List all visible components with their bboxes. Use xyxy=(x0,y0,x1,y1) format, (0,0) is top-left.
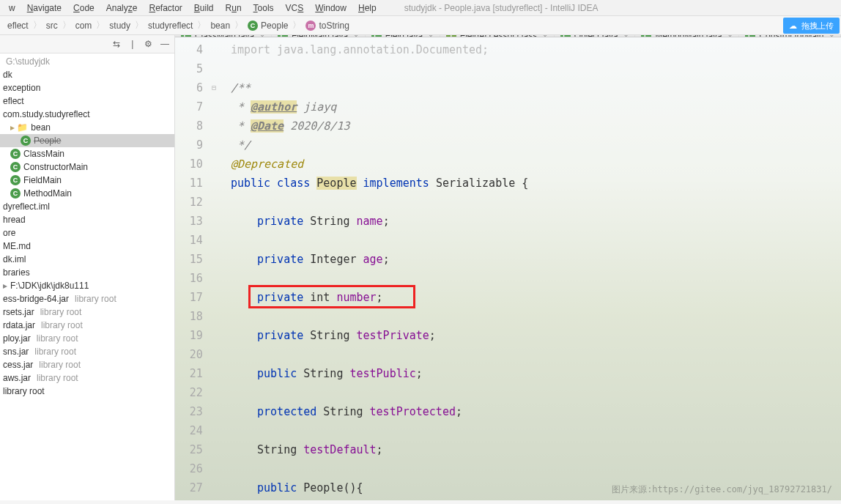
breadcrumb: eflect〉 src〉 com〉 study〉 studyreflect〉 b… xyxy=(0,16,841,35)
code-line[interactable]: String testDefault; xyxy=(231,440,841,459)
code-line[interactable]: public String testPublic; xyxy=(231,364,841,383)
method-icon: m xyxy=(305,21,316,31)
hide-icon[interactable]: — xyxy=(160,39,170,49)
code-editor[interactable]: 4567891011121314151617181920212223242526… xyxy=(175,37,841,500)
tree-item[interactable]: sns.jarlibrary root xyxy=(0,345,174,358)
crumb[interactable]: study xyxy=(106,21,133,31)
tree-label: ConstructorMain xyxy=(23,162,88,172)
menu-help[interactable]: Help xyxy=(352,1,382,15)
editor-tab[interactable]: CConstructorMain× xyxy=(739,35,841,37)
tree-item[interactable]: ore xyxy=(0,226,174,240)
editor-tab[interactable]: CClassMain.java× xyxy=(175,35,272,37)
code-line[interactable] xyxy=(231,59,841,78)
code-line[interactable] xyxy=(231,231,841,250)
tree-item[interactable]: CPeople xyxy=(0,134,174,147)
code-line[interactable] xyxy=(231,383,841,402)
divider-icon: | xyxy=(127,39,138,49)
tree-item[interactable]: dk.iml xyxy=(0,253,174,266)
tree-item[interactable]: eflect xyxy=(0,94,174,108)
code-line[interactable]: @Deprecated xyxy=(231,155,841,174)
class-icon: C xyxy=(10,175,21,185)
crumb[interactable]: eflect xyxy=(4,21,32,31)
tree-label: ess-bridge-64.jar xyxy=(3,294,69,304)
tree-item[interactable]: library root xyxy=(0,385,174,398)
tree-item[interactable]: ▸ F:\JDK\jdk\jdk8u111 xyxy=(0,279,174,292)
editor-tab[interactable]: IFieldAccessor.class× xyxy=(440,35,555,37)
project-panel: ⇆ | ⚙ — G:\studyjdk dkexceptioneflectcom… xyxy=(0,35,175,500)
tree-item[interactable]: dyreflect.iml xyxy=(0,200,174,213)
tree-label: dk xyxy=(3,70,12,80)
menu-tools[interactable]: Tools xyxy=(248,1,280,15)
code-line[interactable] xyxy=(231,459,841,478)
collapse-icon[interactable]: ⇆ xyxy=(111,39,122,49)
tree-item[interactable]: exception xyxy=(0,81,174,94)
crumb-class[interactable]: CPeople xyxy=(245,21,291,31)
crumb-method[interactable]: mtoString xyxy=(303,21,352,31)
tree-item[interactable]: rsets.jarlibrary root xyxy=(0,305,174,319)
menu-code[interactable]: Code xyxy=(67,1,100,15)
menu-refactor[interactable]: Refactor xyxy=(143,1,188,15)
editor-tab[interactable]: CObject.java× xyxy=(555,35,636,37)
code-line[interactable]: * @Date 2020/8/13 xyxy=(231,116,841,136)
tree-item[interactable]: ploy.jarlibrary root xyxy=(0,332,174,345)
tree-label: ME.md xyxy=(3,241,31,251)
editor-tab[interactable]: CField.java× xyxy=(366,35,440,37)
tree-label: braries xyxy=(3,267,30,278)
tree-item[interactable]: aws.jarlibrary root xyxy=(0,371,174,385)
menu-window[interactable]: Window xyxy=(309,1,352,15)
tree-item[interactable]: CFieldMain xyxy=(0,174,174,187)
code-line[interactable]: public class People implements Serializa… xyxy=(231,174,841,193)
project-tree[interactable]: G:\studyjdk dkexceptioneflectcom.study.s… xyxy=(0,53,174,500)
tree-item[interactable]: braries xyxy=(0,266,174,279)
crumb[interactable]: bean xyxy=(207,21,233,31)
code-line[interactable]: private Integer age; xyxy=(231,250,841,269)
tree-item[interactable]: dk xyxy=(0,68,174,81)
tree-item[interactable]: com.study.studyreflect xyxy=(0,108,174,121)
tree-item[interactable]: cess.jarlibrary root xyxy=(0,358,174,371)
upload-button[interactable]: ☁ 拖拽上传 xyxy=(783,18,840,34)
tree-label: cess.jar xyxy=(3,360,33,370)
code-line[interactable]: private String testPrivate; xyxy=(231,326,841,345)
tree-item[interactable]: ess-bridge-64.jarlibrary root xyxy=(0,292,174,305)
tree-hint: library root xyxy=(75,294,116,304)
fold-icon[interactable]: ⊟ xyxy=(212,78,216,97)
tree-item[interactable]: ME.md xyxy=(0,240,174,253)
code-line[interactable] xyxy=(231,307,841,326)
window-title: studyjdk - People.java [studyreflect] - … xyxy=(404,3,599,13)
code-line[interactable]: * @author jiayq xyxy=(231,97,841,116)
tree-label: com.study.studyreflect xyxy=(3,109,90,119)
tree-label: ClassMain xyxy=(23,149,64,159)
highlight-box xyxy=(248,285,415,308)
code-line[interactable] xyxy=(231,345,841,364)
code-line[interactable] xyxy=(231,193,841,212)
code-content[interactable]: import java.lang.annotation.Documented;/… xyxy=(223,37,841,500)
editor-tab[interactable]: CFieldMain.java× xyxy=(272,35,366,37)
tree-item[interactable]: hread xyxy=(0,213,174,226)
menu-analyze[interactable]: Analyze xyxy=(100,1,144,15)
code-line[interactable] xyxy=(231,421,841,440)
tree-item[interactable]: ▸ 📁bean xyxy=(0,121,174,134)
menu-vcs[interactable]: VCS xyxy=(280,1,310,15)
menu-item[interactable]: w xyxy=(3,1,21,15)
code-line[interactable]: */ xyxy=(231,136,841,155)
tree-item[interactable]: CClassMain xyxy=(0,147,174,160)
tree-item[interactable]: CConstructorMain xyxy=(0,160,174,174)
menu-run[interactable]: Run xyxy=(220,1,248,15)
tree-hint: library root xyxy=(40,307,82,317)
menu-navigate[interactable]: Navigate xyxy=(21,1,67,15)
tree-item[interactable]: rdata.jarlibrary root xyxy=(0,319,174,332)
code-line[interactable]: private String name; xyxy=(231,212,841,231)
fold-gutter: ⊟ xyxy=(212,37,223,500)
code-line[interactable]: /** xyxy=(231,78,841,97)
editor-tab[interactable]: CMethodMain.java× xyxy=(635,35,739,37)
gear-icon[interactable]: ⚙ xyxy=(144,39,154,49)
tree-label: aws.jar xyxy=(3,373,31,383)
crumb[interactable]: com xyxy=(73,21,95,31)
crumb[interactable]: studyreflect xyxy=(145,21,196,31)
code-line[interactable]: protected String testProtected; xyxy=(231,402,841,421)
tree-label: FieldMain xyxy=(23,175,62,185)
crumb[interactable]: src xyxy=(43,21,61,31)
menu-build[interactable]: Build xyxy=(188,1,220,15)
tree-item[interactable]: CMethodMain xyxy=(0,187,174,200)
code-line[interactable]: import java.lang.annotation.Documented; xyxy=(231,40,841,59)
